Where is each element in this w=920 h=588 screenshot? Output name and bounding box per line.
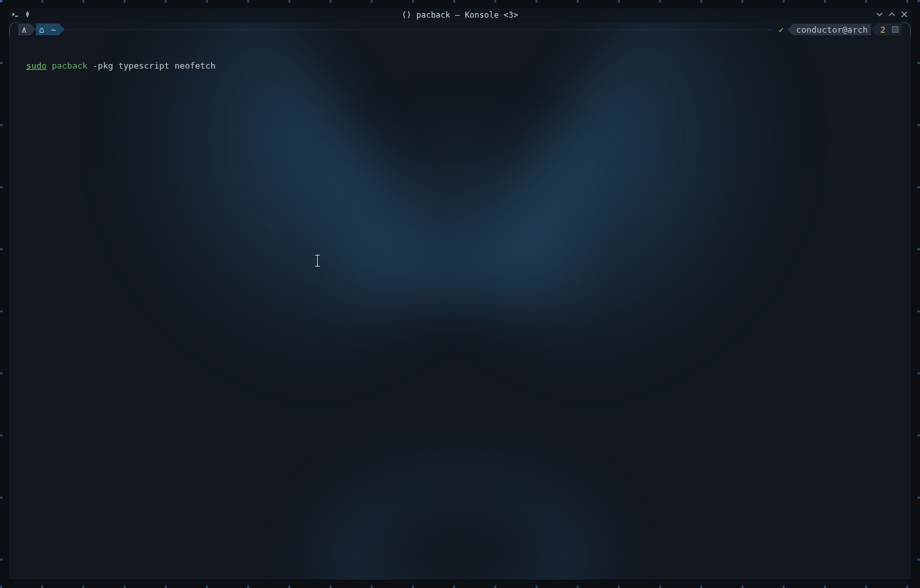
pin-icon[interactable] — [24, 10, 31, 20]
prompt-status-line: ∧ ⌂ ~ ✓ conductor@arch 2 — [8, 22, 912, 37]
prompt-seg-arch: ∧ — [18, 24, 30, 35]
menu-chevron-down-icon[interactable] — [876, 10, 883, 20]
text-cursor-ibeam-icon — [315, 255, 320, 267]
svg-marker-1 — [30, 24, 36, 35]
prompt-job-count: 2 — [877, 24, 889, 35]
terminal-viewport[interactable]: sudo pacback -pkg typescript neofetch — [8, 37, 912, 95]
svg-rect-0 — [15, 16, 18, 17]
prompt-seg-home-icon: ⌂ — [36, 24, 48, 35]
prompt-left-segments: ∧ ⌂ ~ — [18, 24, 65, 35]
svg-marker-2 — [59, 24, 65, 35]
prompt-dotted-fill — [69, 29, 771, 30]
prompt-status-check-icon: ✓ — [775, 24, 787, 35]
konsole-window: () pacback — Konsole <3> ∧ ⌂ ~ ✓ — [8, 8, 912, 580]
window-titlebar[interactable]: () pacback — Konsole <3> — [8, 8, 912, 22]
svg-marker-3 — [787, 24, 793, 35]
command-line-1: sudo pacback -pkg typescript neofetch — [26, 60, 903, 72]
cmd-sudo: sudo — [26, 61, 46, 71]
prompt-host: conductor@arch — [793, 24, 872, 35]
window-title: () pacback — Konsole <3> — [8, 10, 912, 20]
cmd-program: pacback — [52, 61, 88, 71]
minimize-icon[interactable] — [888, 10, 896, 20]
prompt-battery-icon — [889, 24, 902, 35]
cmd-args: -pkg typescript neofetch — [88, 61, 216, 71]
app-menu-icon[interactable] — [12, 10, 20, 20]
prompt-right-segments: ✓ conductor@arch 2 — [775, 24, 902, 35]
close-icon[interactable] — [900, 10, 908, 20]
prompt-seg-path: ~ — [48, 24, 60, 35]
svg-marker-4 — [871, 24, 877, 35]
